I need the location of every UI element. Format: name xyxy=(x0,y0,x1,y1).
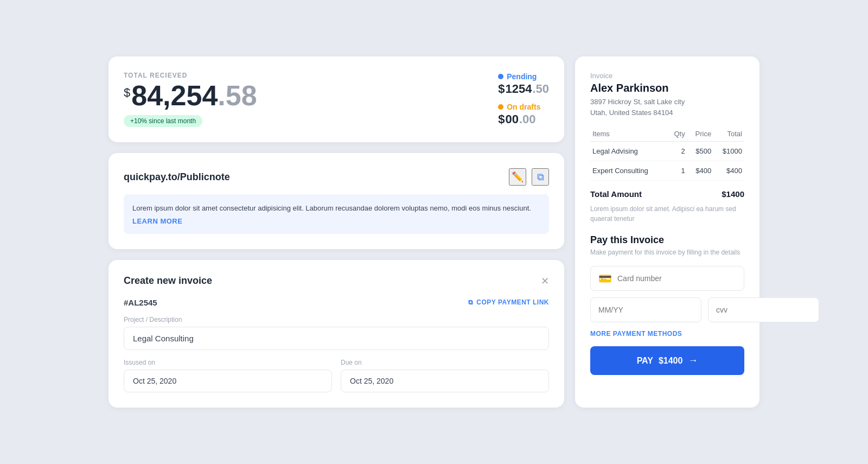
pay-arrow-icon: → xyxy=(688,355,698,366)
close-invoice-button[interactable]: ✕ xyxy=(541,275,549,287)
due-date-input[interactable] xyxy=(341,370,549,392)
pay-section-sub: Make payment for this invoice by filling… xyxy=(590,248,744,257)
link-icons: ✏️ ⧉ xyxy=(509,168,549,186)
drafts-cents: .00 xyxy=(519,112,536,126)
pending-main: 1254 xyxy=(505,82,532,96)
description-input[interactable] xyxy=(124,327,549,350)
drafts-title: On drafts xyxy=(498,103,549,111)
col-price: Price xyxy=(687,126,713,142)
issued-date-input[interactable] xyxy=(124,370,332,392)
due-label: Due on xyxy=(341,359,549,366)
total-amount-row: Total Amount $1400 xyxy=(590,189,744,199)
right-panel: Invoice Alex Parkinson 3897 Hickroy St, … xyxy=(575,56,760,408)
drafts-status: On drafts $ 00 .00 xyxy=(498,103,549,126)
card-expiry-cvv-row xyxy=(590,297,744,322)
total-main-num: 84,254 xyxy=(131,81,218,110)
learn-more-link[interactable]: LEARN MORE xyxy=(132,217,540,225)
left-panel: TOTAL RECIEVED $ 84,254 .58 +10% since l… xyxy=(108,56,564,408)
total-received-card: TOTAL RECIEVED $ 84,254 .58 +10% since l… xyxy=(108,56,564,142)
item-price: $500 xyxy=(687,142,713,161)
drafts-main: 00 xyxy=(505,112,518,126)
invoice-id: #AL2545 xyxy=(124,298,157,307)
item-name: Expert Consulting xyxy=(590,161,667,181)
link-url-bold: Publicnote xyxy=(180,171,230,182)
table-row: Expert Consulting 1 $400 $400 xyxy=(590,161,744,181)
due-on-group: Due on xyxy=(341,359,549,392)
copy-payment-link-button[interactable]: ⧉ COPY PAYMENT LINK xyxy=(468,298,549,306)
cvv-input[interactable] xyxy=(708,297,819,322)
create-invoice-card: Create new invoice ✕ #AL2545 ⧉ COPY PAYM… xyxy=(108,260,564,408)
total-badge: +10% since last month xyxy=(124,115,202,127)
main-container: TOTAL RECIEVED $ 84,254 .58 +10% since l… xyxy=(108,56,760,408)
issued-label: Issused on xyxy=(124,359,332,366)
total-right: Pending $ 1254 .50 On drafts $ xyxy=(498,72,549,126)
address-line2: Utah, United States 84104 xyxy=(590,109,673,117)
item-total: $400 xyxy=(713,161,744,181)
address-line1: 3897 Hickroy St, salt Lake city xyxy=(590,98,685,106)
invoice-meta-label: Invoice xyxy=(590,72,744,80)
copy-icon-button[interactable]: ⧉ xyxy=(532,168,549,186)
description-field-label: Project / Description xyxy=(124,316,549,323)
invoice-footnote: Lorem ipsum dolor sit amet. Adipisci ea … xyxy=(590,204,744,224)
invoice-header: Create new invoice ✕ xyxy=(124,275,549,287)
date-row: Issused on Due on xyxy=(124,359,549,392)
copy-link-label: COPY PAYMENT LINK xyxy=(476,298,549,306)
invoice-meta-name: Alex Parkinson xyxy=(590,82,744,94)
link-header: quickpay.to/Publicnote ✏️ ⧉ xyxy=(124,168,549,186)
table-header-row: Items Qty Price Total xyxy=(590,126,744,142)
item-price: $400 xyxy=(687,161,713,181)
description-field-group: Project / Description xyxy=(124,316,549,350)
total-dollar-sign: $ xyxy=(124,86,130,100)
drafts-amount: $ 00 .00 xyxy=(498,112,549,126)
item-name: Legal Advising xyxy=(590,142,667,161)
pending-amount: $ 1254 .50 xyxy=(498,82,549,96)
issued-on-group: Issused on xyxy=(124,359,332,392)
total-amount-display: $ 84,254 .58 xyxy=(124,81,257,110)
drafts-dot xyxy=(498,104,503,110)
pay-amount: $1400 xyxy=(659,356,683,366)
pending-dollar: $ xyxy=(498,82,505,96)
total-left: TOTAL RECIEVED $ 84,254 .58 +10% since l… xyxy=(124,72,257,127)
item-qty: 1 xyxy=(667,161,687,181)
invoice-meta-address: 3897 Hickroy St, salt Lake city Utah, Un… xyxy=(590,97,744,118)
card-number-wrapper: 💳 xyxy=(590,266,744,291)
mm-yy-input[interactable] xyxy=(590,297,701,322)
col-qty: Qty xyxy=(667,126,687,142)
total-amount-label: Total Amount xyxy=(590,189,642,199)
more-payment-methods-button[interactable]: MORE PAYMENT METHODS xyxy=(590,330,682,338)
table-row: Legal Advising 2 $500 $1000 xyxy=(590,142,744,161)
pending-title: Pending xyxy=(498,72,549,81)
item-total: $1000 xyxy=(713,142,744,161)
link-url: quickpay.to/Publicnote xyxy=(124,171,230,183)
total-cents: .58 xyxy=(218,81,257,110)
pending-status: Pending $ 1254 .50 xyxy=(498,72,549,96)
invoice-id-row: #AL2545 ⧉ COPY PAYMENT LINK xyxy=(124,298,549,307)
pending-label: Pending xyxy=(507,72,537,81)
pay-button[interactable]: PAY $1400 → xyxy=(590,346,744,375)
card-number-input[interactable] xyxy=(617,266,736,290)
pay-button-label: PAY xyxy=(637,356,653,366)
copy-icon: ⧉ xyxy=(468,298,474,306)
pending-cents: .50 xyxy=(532,82,549,96)
pay-section-title: Pay this Invoice xyxy=(590,234,744,246)
edit-icon-button[interactable]: ✏️ xyxy=(509,168,526,186)
credit-card-icon: 💳 xyxy=(598,272,612,285)
drafts-dollar: $ xyxy=(498,112,505,126)
create-invoice-title: Create new invoice xyxy=(124,275,212,287)
col-items: Items xyxy=(590,126,667,142)
item-qty: 2 xyxy=(667,142,687,161)
total-amount-value: $1400 xyxy=(722,189,744,199)
col-total: Total xyxy=(713,126,744,142)
total-label: TOTAL RECIEVED xyxy=(124,72,257,79)
link-card: quickpay.to/Publicnote ✏️ ⧉ Lorem ipsum … xyxy=(108,153,564,249)
link-desc-text: Lorem ipsum dolor sit amet consectetur a… xyxy=(132,204,531,212)
pending-dot xyxy=(498,74,503,79)
link-description-box: Lorem ipsum dolor sit amet consectetur a… xyxy=(124,194,549,234)
drafts-label: On drafts xyxy=(507,103,540,111)
invoice-table: Items Qty Price Total Legal Advising 2 $… xyxy=(590,126,744,181)
link-url-prefix: quickpay.to/ xyxy=(124,171,180,182)
